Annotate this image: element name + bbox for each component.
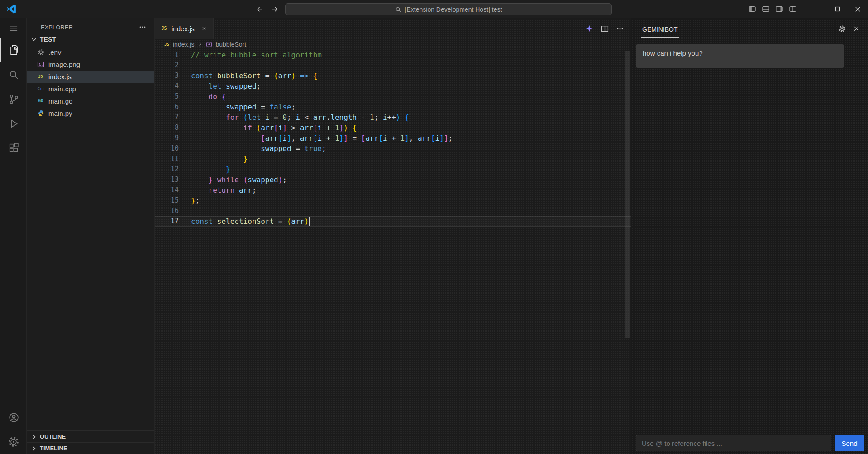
file-item-env[interactable]: .env: [27, 46, 154, 58]
customize-layout-icon: [789, 5, 797, 13]
minimize-icon: [815, 6, 820, 12]
file-item-main-go[interactable]: GO main.go: [27, 95, 154, 107]
file-name: main.py: [48, 109, 72, 117]
code-line[interactable]: 11 }: [155, 154, 631, 164]
code-line[interactable]: 17const selectionSort = (arr): [155, 216, 631, 227]
line-number[interactable]: 13: [155, 175, 179, 185]
outline-section[interactable]: OUTLINE: [27, 430, 154, 442]
send-button[interactable]: Send: [835, 435, 864, 451]
code-token: 1: [335, 123, 339, 132]
chevron-down-icon: [30, 36, 38, 43]
code-editor[interactable]: 1// write bubble sort algorithm23const b…: [155, 50, 631, 454]
editor-more-actions-button[interactable]: [616, 25, 624, 32]
line-number[interactable]: 7: [155, 112, 179, 123]
editor-group: JS index.js: [155, 18, 631, 454]
customize-layout-button[interactable]: [786, 0, 800, 18]
breadcrumb-file[interactable]: index.js: [173, 41, 194, 48]
explorer-more-actions-button[interactable]: [139, 24, 146, 31]
line-number[interactable]: 3: [155, 71, 179, 81]
code-token: i: [317, 134, 322, 142]
line-number[interactable]: 1: [155, 50, 179, 60]
line-number[interactable]: 9: [155, 133, 179, 143]
chat-input[interactable]: [636, 435, 831, 451]
toggle-sidebar-left-button[interactable]: [745, 0, 759, 18]
line-number[interactable]: 8: [155, 123, 179, 133]
maximize-button[interactable]: [827, 0, 848, 18]
line-number[interactable]: 4: [155, 81, 179, 91]
panel-settings-button[interactable]: [838, 25, 846, 33]
code-token: swapped: [248, 175, 278, 184]
file-item-image-png[interactable]: image.png: [27, 58, 154, 71]
activity-account[interactable]: [0, 405, 26, 430]
code-token: [213, 175, 217, 184]
toggle-panel-button[interactable]: [759, 0, 773, 18]
code-line[interactable]: 16: [155, 206, 631, 216]
workspace-section-test[interactable]: TEST: [27, 34, 154, 45]
code-line[interactable]: 7 for (let i = 0; i < arr.length - 1; i+…: [155, 112, 631, 123]
code-line[interactable]: 5 do {: [155, 91, 631, 102]
code-token: do: [209, 92, 217, 101]
code-token: ]: [405, 134, 409, 142]
timeline-section[interactable]: TIMELINE: [27, 442, 154, 454]
code-token: }: [226, 165, 230, 174]
forward-button[interactable]: [267, 2, 282, 16]
code-token: swapped: [261, 144, 291, 153]
close-window-button[interactable]: [848, 0, 868, 18]
minimize-button[interactable]: [807, 0, 827, 18]
code-token: [213, 217, 217, 226]
line-number[interactable]: 14: [155, 185, 179, 195]
code-line[interactable]: 14 return arr;: [155, 185, 631, 195]
line-number[interactable]: 6: [155, 102, 179, 112]
code-line[interactable]: 9 [arr[i], arr[i + 1]] = [arr[i + 1], ar…: [155, 133, 631, 143]
code-line[interactable]: 2: [155, 60, 631, 71]
code-line[interactable]: 1// write bubble sort algorithm: [155, 50, 631, 60]
activity-search[interactable]: [0, 62, 26, 87]
line-number[interactable]: 12: [155, 164, 179, 175]
code-line[interactable]: 3const bubbleSort = (arr) => {: [155, 71, 631, 81]
code-token: const: [191, 71, 213, 80]
file-item-index-js[interactable]: JS index.js: [27, 71, 154, 83]
code-line[interactable]: 15};: [155, 195, 631, 206]
panel-close-button[interactable]: [853, 25, 860, 32]
line-number[interactable]: 15: [155, 195, 179, 206]
back-button[interactable]: [252, 2, 267, 16]
activity-source-control[interactable]: [0, 87, 26, 111]
code-token: arr: [265, 134, 278, 142]
code-line[interactable]: 8 if (arr[i] > arr[i + 1]) {: [155, 123, 631, 133]
file-item-main-py[interactable]: main.py: [27, 107, 154, 119]
tab-close-button[interactable]: [201, 25, 207, 32]
tab-index-js[interactable]: JS index.js: [155, 18, 214, 39]
line-number[interactable]: 2: [155, 60, 179, 71]
code-line[interactable]: 12 }: [155, 164, 631, 175]
editor-scrollbar[interactable]: [625, 51, 630, 338]
file-item-main-cpp[interactable]: C++ main.cpp: [27, 83, 154, 95]
line-number[interactable]: 5: [155, 91, 179, 102]
panel-title[interactable]: GEMINIBOT: [641, 20, 679, 38]
toggle-sidebar-right-button[interactable]: [773, 0, 786, 18]
activity-settings[interactable]: [0, 430, 26, 454]
activity-extensions[interactable]: [0, 136, 26, 160]
code-token: [: [278, 134, 283, 142]
line-number[interactable]: 10: [155, 143, 179, 154]
split-editor-icon: [601, 25, 609, 33]
menu-button[interactable]: [0, 18, 26, 38]
code-line[interactable]: 10 swapped = true;: [155, 143, 631, 154]
code-line[interactable]: 4 let swapped;: [155, 81, 631, 91]
code-token: [191, 155, 243, 163]
explorer-sidebar: EXPLORER TEST .env image.png: [27, 18, 155, 454]
code-token: arr: [291, 217, 305, 226]
code-token: selectionSort: [217, 217, 274, 226]
code-line[interactable]: 13 } while (swapped);: [155, 175, 631, 185]
breadcrumb-symbol[interactable]: bubbleSort: [215, 41, 246, 48]
split-editor-button[interactable]: [601, 25, 609, 33]
line-number[interactable]: 17: [155, 216, 179, 227]
gemini-sparkle-button[interactable]: [585, 24, 593, 33]
activity-run-debug[interactable]: [0, 111, 26, 136]
code-line[interactable]: 6 swapped = false;: [155, 102, 631, 112]
code-token: [239, 113, 243, 122]
line-number[interactable]: 16: [155, 206, 179, 216]
activity-bar-spacer: [0, 160, 26, 405]
command-center-search[interactable]: [Extension Development Host] test: [285, 3, 612, 15]
line-number[interactable]: 11: [155, 154, 179, 164]
activity-explorer[interactable]: [0, 38, 26, 62]
